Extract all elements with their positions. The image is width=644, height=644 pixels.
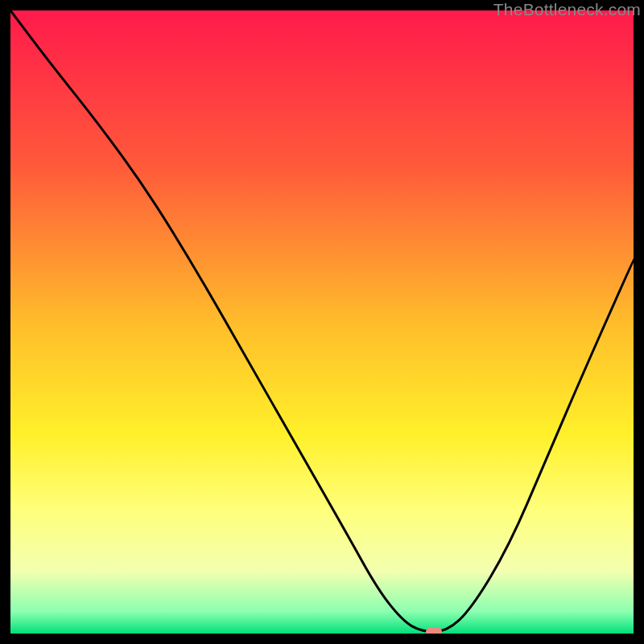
curve-layer [10,10,634,634]
optimal-point-marker [426,627,442,634]
plot-area [10,10,634,634]
bottleneck-chart: TheBottleneck.com [0,0,644,644]
watermark-label: TheBottleneck.com [493,0,641,19]
bottleneck-curve [10,10,634,632]
